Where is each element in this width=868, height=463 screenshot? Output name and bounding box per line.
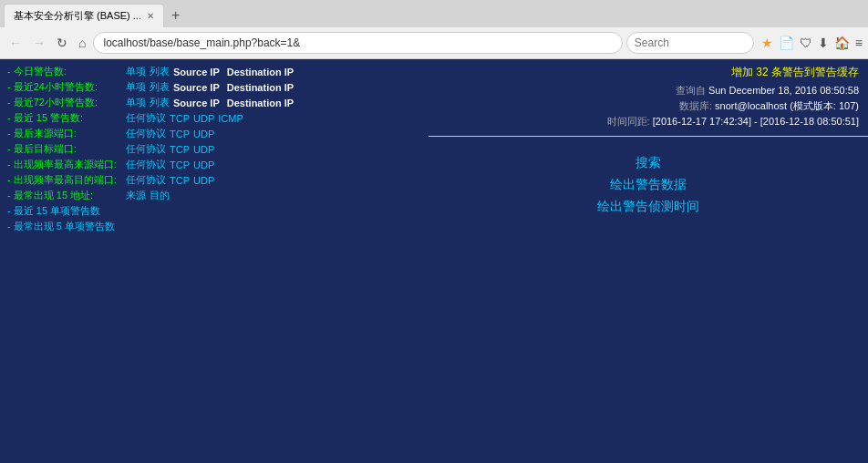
24h-list-link[interactable]: 列表 bbox=[150, 80, 170, 94]
dst-port-tcp-link[interactable]: TCP bbox=[170, 144, 190, 155]
24h-alerts-label: - 最近24小时警告数: bbox=[7, 80, 126, 94]
today-list-link[interactable]: 列表 bbox=[150, 65, 170, 78]
last-15-unique-link[interactable]: - 最近 15 单项警告数 bbox=[7, 204, 100, 218]
today-alerts-row: - 今日警告数: 单项 列表 Source IP Destination IP bbox=[7, 65, 421, 78]
db-label: 数据库: bbox=[679, 100, 712, 111]
nav-bar: ← → ↻ ⌂ ★ 📄 🛡 ⬇ 🏠 ≡ bbox=[0, 27, 868, 58]
left-panel: - 今日警告数: 单项 列表 Source IP Destination IP … bbox=[0, 59, 429, 463]
query-time-row: 查询自 Sun December 18, 2016 08:50:58 bbox=[438, 84, 859, 98]
shield-icon[interactable]: 🛡 bbox=[800, 36, 812, 50]
page-content: - 今日警告数: 单项 列表 Source IP Destination IP … bbox=[0, 59, 868, 463]
db-value: snort@localhost (模式版本: 107) bbox=[715, 100, 859, 111]
freq-dst-port-label: - 出现频率最高目的端口: bbox=[7, 173, 126, 187]
src-port-tcp-link[interactable]: TCP bbox=[170, 129, 190, 139]
common-15-addr-row: - 最常出现 15 地址: 来源 目的 bbox=[7, 189, 421, 202]
freq-src-port-row: - 出现频率最高来源端口: 任何协议 TCP UDP bbox=[7, 158, 421, 171]
bookmark-icon[interactable]: ★ bbox=[761, 36, 773, 50]
home-nav-icon[interactable]: 🏠 bbox=[834, 36, 850, 50]
15-alerts-label: - 最近 15 警告数: bbox=[7, 111, 126, 125]
24h-dest-ip: Destination IP bbox=[227, 82, 294, 93]
draw-alert-link[interactable]: 绘出警告数据 bbox=[447, 177, 850, 193]
time-range-value: [2016-12-17 17:42:34] - [2016-12-18 08:5… bbox=[653, 116, 859, 127]
last-dst-port-row: - 最后目标端口: 任何协议 TCP UDP bbox=[7, 142, 421, 156]
home-button[interactable]: ⌂ bbox=[75, 34, 89, 52]
72h-single-link[interactable]: 单项 bbox=[126, 96, 146, 109]
15-icmp-link[interactable]: ICMP bbox=[218, 113, 243, 124]
query-time-value: Sun December 18, 2016 08:50:58 bbox=[708, 85, 859, 96]
dst-port-udp-link[interactable]: UDP bbox=[193, 144, 214, 155]
today-alerts-label: - 今日警告数: bbox=[7, 65, 126, 78]
freq-src-port-label: - 出现频率最高来源端口: bbox=[7, 158, 126, 171]
reader-icon[interactable]: 📄 bbox=[779, 36, 794, 50]
72h-alerts-label: - 最近72小时警告数: bbox=[7, 96, 126, 109]
src-port-any-link[interactable]: 任何协议 bbox=[126, 127, 166, 140]
freq-src-tcp-link[interactable]: TCP bbox=[170, 159, 190, 170]
today-dest-ip: Destination IP bbox=[227, 67, 294, 77]
browser-search-input[interactable] bbox=[626, 32, 754, 54]
today-source-ip: Source IP bbox=[173, 67, 220, 77]
72h-alerts-row: - 最近72小时警告数: 单项 列表 Source IP Destination… bbox=[7, 96, 421, 109]
15-alerts-row: - 最近 15 警告数: 任何协议 TCP UDP ICMP bbox=[7, 111, 421, 125]
search-link[interactable]: 搜索 bbox=[447, 155, 850, 171]
src-port-udp-link[interactable]: UDP bbox=[193, 129, 214, 139]
time-range-label: 时间同距: bbox=[607, 116, 650, 127]
db-row: 数据库: snort@localhost (模式版本: 107) bbox=[438, 99, 859, 113]
tab-title: 基本安全分析引擎 (BASE) ... bbox=[14, 9, 141, 23]
new-tab-button[interactable]: + bbox=[168, 7, 183, 24]
download-icon[interactable]: ⬇ bbox=[818, 36, 829, 50]
menu-icon[interactable]: ≡ bbox=[855, 36, 863, 50]
nav-icons: ★ 📄 🛡 ⬇ 🏠 ≡ bbox=[761, 36, 863, 50]
back-button[interactable]: ← bbox=[5, 34, 26, 52]
addr-source-link[interactable]: 来源 bbox=[126, 189, 146, 202]
common-15-addr-label: - 最常出现 15 地址: bbox=[7, 189, 126, 202]
24h-alerts-row: - 最近24小时警告数: 单项 列表 Source IP Destination… bbox=[7, 80, 421, 94]
time-range-row: 时间同距: [2016-12-17 17:42:34] - [2016-12-1… bbox=[438, 115, 859, 129]
freq-src-udp-link[interactable]: UDP bbox=[193, 159, 214, 170]
dst-port-any-link[interactable]: 任何协议 bbox=[126, 142, 166, 156]
tab-bar: 基本安全分析引擎 (BASE) ... ✕ + bbox=[0, 0, 868, 27]
addr-dest-link[interactable]: 目的 bbox=[150, 189, 170, 202]
tab-close-button[interactable]: ✕ bbox=[147, 11, 154, 21]
72h-dest-ip: Destination IP bbox=[227, 98, 294, 108]
15-tcp-link[interactable]: TCP bbox=[170, 113, 190, 124]
24h-source-ip: Source IP bbox=[173, 82, 220, 93]
active-tab[interactable]: 基本安全分析引擎 (BASE) ... ✕ bbox=[4, 4, 164, 27]
freq-dst-port-row: - 出现频率最高目的端口: 任何协议 TCP UDP bbox=[7, 173, 421, 187]
add-alert-text: 增加 32 条警告到警告缓存 bbox=[438, 65, 859, 80]
today-single-link[interactable]: 单项 bbox=[126, 65, 146, 78]
query-time-label: 查询自 bbox=[676, 85, 706, 96]
top-5-unique-row: - 最常出现 5 单项警告数 bbox=[7, 220, 421, 233]
right-panel: 增加 32 条警告到警告缓存 查询自 Sun December 18, 2016… bbox=[429, 59, 868, 463]
address-bar[interactable] bbox=[93, 32, 622, 54]
last-dst-port-label: - 最后目标端口: bbox=[7, 142, 126, 156]
72h-source-ip: Source IP bbox=[173, 98, 220, 108]
refresh-button[interactable]: ↻ bbox=[53, 34, 71, 52]
info-box: 增加 32 条警告到警告缓存 查询自 Sun December 18, 2016… bbox=[429, 59, 868, 137]
freq-dst-udp-link[interactable]: UDP bbox=[193, 175, 214, 186]
last-src-port-label: - 最后来源端口: bbox=[7, 127, 126, 140]
freq-dst-any-link[interactable]: 任何协议 bbox=[126, 173, 166, 187]
top-5-unique-link[interactable]: - 最常出现 5 单项警告数 bbox=[7, 220, 115, 233]
last-src-port-row: - 最后来源端口: 任何协议 TCP UDP bbox=[7, 127, 421, 140]
freq-dst-tcp-link[interactable]: TCP bbox=[170, 175, 190, 186]
72h-list-link[interactable]: 列表 bbox=[150, 96, 170, 109]
search-section: 搜索 绘出警告数据 绘出警告侦测时间 bbox=[429, 137, 868, 463]
last-15-unique-row: - 最近 15 单项警告数 bbox=[7, 204, 421, 218]
24h-single-link[interactable]: 单项 bbox=[126, 80, 146, 94]
15-any-link[interactable]: 任何协议 bbox=[126, 111, 166, 125]
browser-chrome: 基本安全分析引擎 (BASE) ... ✕ + ← → ↻ ⌂ ★ 📄 🛡 ⬇ … bbox=[0, 0, 868, 59]
15-udp-link[interactable]: UDP bbox=[193, 113, 214, 124]
forward-button[interactable]: → bbox=[29, 34, 49, 52]
draw-detect-link[interactable]: 绘出警告侦测时间 bbox=[447, 199, 850, 215]
freq-src-any-link[interactable]: 任何协议 bbox=[126, 158, 166, 171]
